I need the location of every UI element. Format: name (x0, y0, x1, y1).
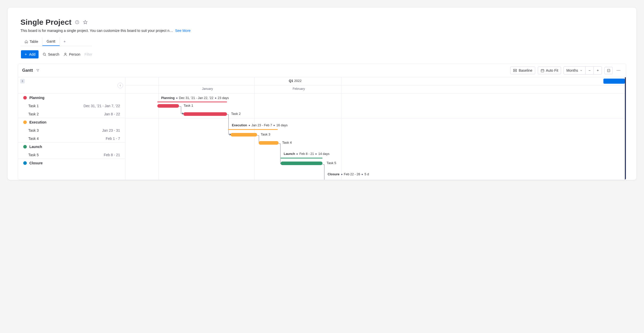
zoom-group: Months − ＋ (564, 66, 602, 75)
task-bar-row: Task 5 (125, 159, 625, 167)
dot-icon (249, 125, 250, 126)
group-color-dot (23, 161, 27, 165)
gantt-header: Gantt Baseline Auto Fit (18, 64, 626, 77)
task-bar[interactable] (259, 141, 279, 145)
dot-icon (176, 97, 177, 99)
task-dates: Jan 23 - 31 (102, 128, 120, 132)
plus-icon: ＋ (596, 68, 600, 73)
task-bar[interactable] (281, 162, 323, 165)
summary-row-execution: Execution Jan 23 - Feb 7 16 days (125, 118, 625, 131)
timeline-quarter-row: Q1 2022 (125, 77, 625, 85)
auto-fit-button[interactable]: Auto Fit (538, 67, 561, 74)
timeline-months-row: January February (125, 85, 625, 94)
task-bar[interactable] (157, 104, 179, 108)
tab-table[interactable]: Table (20, 38, 42, 46)
star-icon[interactable] (83, 20, 88, 25)
tab-table-label: Table (30, 40, 38, 44)
baseline-button[interactable]: Baseline (510, 67, 535, 74)
summary-dates: Feb 8 - 21 (299, 152, 314, 156)
group-row-planning[interactable]: Planning (18, 94, 125, 102)
svg-rect-9 (541, 69, 544, 72)
task-row[interactable]: Task 1 Dec 31, '21 - Jan 7, '22 (18, 102, 125, 110)
task-row[interactable]: Task 5 Feb 8 - 21 (18, 151, 125, 159)
task-bar-row: Task 3 (125, 131, 625, 139)
scale-dropdown[interactable]: Months (564, 67, 585, 74)
svg-line-5 (45, 55, 46, 56)
task-bar-row: Task 1 (125, 102, 625, 110)
dot-icon (215, 97, 216, 99)
group-row-closure[interactable]: Closure (18, 159, 125, 167)
collapse-left-button[interactable] (117, 83, 123, 88)
dot-icon (273, 125, 275, 126)
auto-fit-label: Auto Fit (546, 68, 558, 72)
task-name: Task 5 (28, 153, 39, 157)
svg-rect-8 (513, 71, 517, 71)
task-bar[interactable] (231, 133, 257, 137)
summary-name: Execution (232, 124, 247, 127)
quarter-label: Q1 2022 (289, 79, 302, 83)
collapse-all-icon[interactable] (20, 79, 25, 83)
person-label: Person (69, 52, 80, 56)
tab-add-button[interactable]: ＋ (60, 37, 69, 46)
group-name: Closure (29, 161, 43, 165)
task-name: Task 4 (28, 137, 39, 141)
task-row[interactable]: Task 4 Feb 1 - 7 (18, 134, 125, 143)
home-icon (25, 40, 28, 43)
timeline-column: Q1 2022 January February (125, 77, 626, 180)
summary-row-planning: Planning Dec 31, '21 - Jan 22, '22 23 da… (125, 94, 625, 102)
group-row-launch[interactable]: Launch (18, 143, 125, 151)
summary-dates: Feb 22 - 26 (344, 172, 360, 176)
board-header: Single Project This board is for managin… (18, 15, 626, 58)
info-icon[interactable] (75, 20, 80, 25)
add-button[interactable]: ＋ Add (21, 50, 39, 58)
group-name: Launch (29, 145, 42, 149)
scale-label: Months (566, 68, 578, 72)
svg-point-2 (77, 21, 77, 21)
more-icon[interactable] (615, 68, 622, 73)
minus-icon: − (588, 68, 590, 72)
gantt-panel: Gantt Baseline Auto Fit (18, 64, 626, 180)
filter-hint-label: Filter (85, 52, 92, 56)
filter-icon[interactable] (36, 69, 40, 72)
gantt-body: Planning Task 1 Dec 31, '21 - Jan 7, '22… (18, 77, 626, 180)
view-tabs: Table Gantt ＋ (20, 37, 92, 46)
summary-row-launch: Launch Feb 8 - 21 14 days (125, 147, 625, 159)
summary-name: Launch (284, 152, 295, 156)
zoom-in-button[interactable]: ＋ (593, 67, 602, 74)
task-dates: Feb 8 - 21 (104, 153, 120, 157)
summary-name: Closure (328, 172, 340, 176)
task-bar-row: Task 4 (125, 139, 625, 147)
tab-gantt[interactable]: Gantt (42, 37, 59, 46)
task-list-column: Planning Task 1 Dec 31, '21 - Jan 7, '22… (18, 77, 125, 180)
toolbar: ＋ Add Search Person Filter (20, 50, 624, 58)
group-name: Planning (29, 96, 44, 100)
svg-point-16 (619, 70, 620, 71)
search-button[interactable]: Search (43, 52, 59, 56)
task-row[interactable]: Task 2 Jan 8 - 22 (18, 110, 125, 118)
summary-duration: 14 days (318, 152, 329, 156)
summary-bar[interactable] (228, 129, 278, 130)
summary-name: Planning (161, 96, 175, 100)
board-description: This board is for managing a single proj… (20, 29, 173, 33)
gantt-title: Gantt (22, 68, 33, 73)
export-button[interactable] (604, 67, 613, 74)
task-bar-label: Task 2 (231, 112, 241, 116)
task-bar[interactable] (183, 112, 227, 116)
task-name: Task 1 (28, 104, 39, 108)
gantt-chart-area[interactable]: Planning Dec 31, '21 - Jan 22, '22 23 da… (125, 94, 625, 180)
group-row-execution[interactable]: Execution (18, 118, 125, 126)
svg-point-4 (43, 53, 45, 55)
task-row[interactable]: Task 3 Jan 23 - 31 (18, 126, 125, 134)
task-dates: Dec 31, '21 - Jan 7, '22 (84, 104, 120, 108)
person-filter-button[interactable]: Person (63, 52, 80, 56)
zoom-out-button[interactable]: − (585, 67, 593, 74)
baseline-icon (513, 69, 517, 72)
search-label: Search (48, 52, 59, 56)
see-more-link[interactable]: See More (175, 29, 191, 33)
summary-bar[interactable] (281, 158, 323, 158)
dot-icon (362, 174, 363, 175)
svg-marker-3 (84, 20, 87, 24)
search-icon (43, 53, 46, 56)
person-icon (63, 52, 67, 56)
summary-dates: Jan 23 - Feb 7 (252, 124, 272, 127)
